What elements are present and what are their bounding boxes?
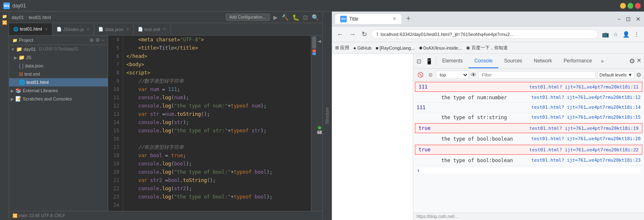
tree-item-scratches[interactable]: ▶ 📝 Scratches and Consoles [9, 95, 108, 103]
browser-minimize-btn[interactable]: − [618, 16, 621, 22]
console-link-2[interactable]: test01.html? ijt=761…ve4pt7rmu20kt18i:14 [531, 105, 641, 110]
console-gear-icon[interactable]: ⚙ [636, 72, 642, 78]
tab-testxml-close[interactable]: ✕ [163, 27, 166, 31]
bookmark-apps[interactable]: ⊞ 应用 [335, 45, 349, 51]
breadcrumb-project[interactable]: day01 [12, 15, 24, 20]
vcs-icon[interactable]: 🔀 [1, 19, 8, 26]
cast-icon[interactable]: 📺 [601, 30, 610, 38]
inspect-icon[interactable]: ⊡ [415, 56, 423, 66]
fold-panel: ◀ 68 [317, 36, 322, 211]
address-bar[interactable]: ℹ localhost:63342/day01/test01.html?_ijt… [371, 29, 598, 39]
tree-item-js[interactable]: ▶ 📁 JS [9, 53, 108, 62]
linux-icon: ◆ [419, 45, 422, 50]
console-link-1[interactable]: test01.html? ijt=761…ve4pt7rmu20kt18i:12 [531, 95, 641, 100]
encoding[interactable]: UTF-8 [41, 213, 52, 218]
tree-item-testxml[interactable]: ⊞ test.xml [9, 70, 108, 78]
profile-icon[interactable]: 👤 [621, 30, 631, 38]
tree-item-datajson[interactable]: { } data.json [9, 62, 108, 70]
browser-tab-ws-icon: ws [340, 16, 347, 22]
code-editor[interactable]: 45678 910111213 1415161718 1920212223 24… [108, 36, 317, 211]
console-text-3: the type of str:string [441, 115, 531, 120]
tab-test01-html[interactable]: 🌐 test01.html ✕ [9, 23, 52, 36]
code-line-19: console.log(bool); [126, 160, 308, 168]
console-link-7[interactable]: test01.html? ijt=761…ve4pt7rmu20kt18i:23 [531, 158, 641, 163]
search-btn[interactable]: 🔍 [310, 14, 320, 21]
breadcrumb-file[interactable]: test01.html [29, 15, 51, 20]
back-btn[interactable]: ← [335, 30, 345, 39]
expand-icon-scratches: ▶ [11, 97, 14, 101]
tab-console[interactable]: Console [469, 54, 498, 68]
tree-item-day01[interactable]: ▼ 📁 day01 D:\JS学习\Test\day01 [9, 45, 108, 53]
maximize-btn[interactable] [627, 3, 633, 9]
devtools-close-icon[interactable]: ✕ [637, 57, 642, 65]
console-link-5[interactable]: test01.html? ijt=761…ve4pt7rmu20kt18i:20 [531, 136, 641, 141]
browser-tab-title[interactable]: ws Title ✕ [335, 14, 401, 24]
reload-btn[interactable]: ↻ [360, 29, 369, 39]
code-line-17: //布尔类型转字符串 [126, 143, 308, 151]
raycong-icon: ■ [376, 45, 379, 50]
console-link-4[interactable]: test01.html? ijt=761…ve4pt7rmu20kt18i:19 [529, 126, 639, 131]
browser-tab-close[interactable]: ✕ [393, 16, 396, 22]
browser-close-btn[interactable]: ✕ [636, 16, 641, 22]
menu-icon[interactable]: ⋮ [632, 30, 641, 38]
bookmark-github[interactable]: ● GitHub [353, 45, 372, 50]
close-btn[interactable] [635, 3, 641, 9]
devtools-header: ⊡ 📱 Elements Console Sources Network [413, 54, 644, 69]
star-icon[interactable]: ☆ [612, 30, 620, 38]
tab-performance[interactable]: Performance [558, 54, 598, 68]
code-line-23: console.log("the type of bool:"+typeof b… [126, 193, 308, 201]
console-link-0[interactable]: test01.html? ijt=761…ve4pt7rmu20kt18i:11 [529, 84, 639, 90]
browser-maximize-btn[interactable]: ⊡ [626, 16, 631, 22]
bookmark-raycong[interactable]: ■ [RayCongLiang... [376, 45, 415, 50]
tab-xml-icon: 📄 [138, 27, 143, 31]
tree-item-test01html[interactable]: 🌐 test01.html [9, 78, 108, 86]
tab-jsindex-js[interactable]: 📄 JSindex.js ✕ [52, 23, 94, 35]
add-configuration-btn[interactable]: Add Configuration... [226, 14, 270, 21]
build-btn[interactable]: 🔨 [280, 14, 290, 21]
devtools-more-icon[interactable]: » [598, 58, 607, 64]
tab-jsindex-close[interactable]: ✕ [86, 27, 90, 31]
console-input[interactable] [421, 167, 641, 173]
run-btn[interactable]: ▶ [272, 14, 279, 21]
default-levels-select[interactable]: Default levels ▼ [597, 71, 635, 79]
console-output[interactable]: 111 test01.html? ijt=761…ve4pt7rmu20kt18… [413, 81, 644, 213]
console-filter-btn[interactable]: ⊙ [427, 71, 434, 79]
eye-icon[interactable]: 👁 [471, 72, 476, 78]
console-clear-btn[interactable]: 🚫 [416, 71, 425, 79]
expand-icon-day01: ▼ [11, 47, 15, 52]
tab-sources[interactable]: Sources [498, 54, 528, 68]
bookmark-baidu-label: 百度一下，你知道 [471, 45, 508, 51]
console-link-6[interactable]: test01.html? ijt=761…ve4pt7rmu20kt18i:22 [529, 147, 639, 153]
code-content[interactable]: <meta charset="UTF-8"> <title>Title</tit… [123, 36, 311, 211]
device-icon[interactable]: 📱 [424, 56, 434, 66]
github-icon: ● [353, 45, 356, 50]
fold-icon[interactable]: ◀ [318, 39, 321, 43]
debug-btn[interactable]: 🐛 [291, 14, 301, 21]
tree-item-extlibs[interactable]: ▶ 📚 External Libraries [9, 86, 108, 95]
project-tree[interactable]: 📁 Project ⊕ ⚙ − ▼ 📁 day01 D:\JS学习\Test\d… [9, 36, 108, 211]
line-ending[interactable]: CRLF [54, 213, 65, 218]
bookmark-baidu[interactable]: ◉ 百度一下，你知道 [466, 45, 508, 51]
forward-btn[interactable]: → [348, 30, 358, 39]
minimize-btn[interactable] [620, 3, 626, 9]
devtools-settings-icon[interactable]: ⚙ [629, 57, 635, 65]
bookmark-raycong-label: [RayCongLiang... [380, 45, 415, 50]
tab-elements[interactable]: Elements [436, 54, 469, 68]
project-icon[interactable]: 📁 [1, 13, 8, 19]
filter-input[interactable] [478, 71, 596, 79]
layout-btn[interactable]: ⊡ [302, 14, 309, 21]
context-select[interactable]: top [436, 71, 469, 79]
tab-datajson-close[interactable]: ✕ [126, 27, 129, 31]
tab-test01-close[interactable]: ✕ [45, 27, 48, 31]
tab-data-json[interactable]: 📄 data.json ✕ [94, 23, 134, 35]
tab-test-xml[interactable]: 📄 test.xml ✕ [134, 23, 170, 35]
git-branch[interactable]: 🔀 main [12, 213, 27, 218]
console-link-3[interactable]: test01.html? ijt=761…ve4pt7rmu20kt18i:15 [531, 115, 641, 120]
tab-network[interactable]: Network [528, 54, 558, 68]
code-line-22: console.log(str2); [126, 184, 308, 193]
new-tab-btn[interactable]: + [403, 13, 414, 25]
bookmark-linux[interactable]: ◆ 0xAX/linux-inside... [419, 45, 462, 50]
tree-header-settings[interactable]: ⚙ [95, 37, 100, 43]
tree-header-minus[interactable]: − [102, 37, 104, 43]
tree-header-plus[interactable]: ⊕ [90, 37, 94, 43]
